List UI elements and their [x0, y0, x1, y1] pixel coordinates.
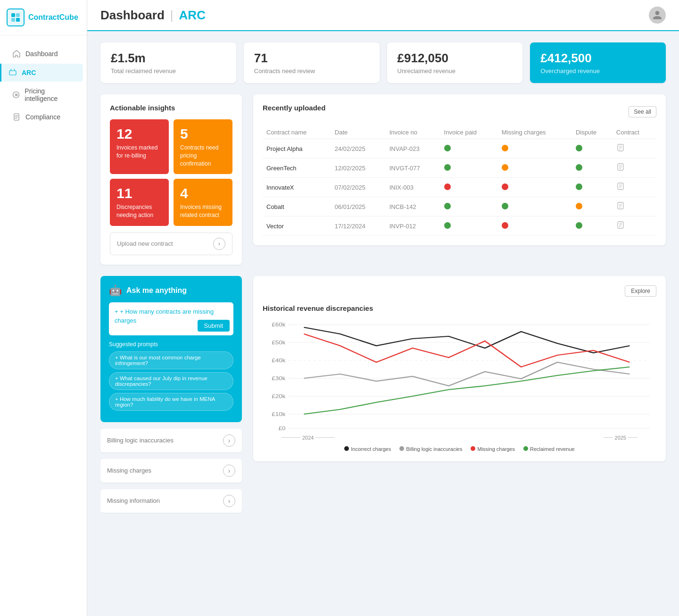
svg-rect-0 [11, 13, 15, 17]
cell-invoice-no: INCB-142 [386, 197, 440, 216]
insight-grid: 12 Invoices marked for re-billing 5 Cont… [110, 119, 232, 226]
cell-invoice-no: INVP-012 [386, 216, 440, 236]
cell-invoice-no: INVGT-077 [386, 158, 440, 178]
upload-arrow-btn[interactable]: › [213, 238, 225, 250]
collapse-missing-charges[interactable]: Missing charges › [100, 459, 242, 483]
ask-panel: 🤖 Ask me anything + + How many contracts… [100, 276, 242, 422]
insight-card-missing-contract[interactable]: 4 Invoices missing related contract [174, 179, 232, 226]
submit-button[interactable]: Submit [198, 320, 230, 332]
svg-text:Nov: Nov [515, 433, 527, 433]
cell-contract[interactable] [613, 139, 656, 158]
table-row: InnovateX 07/02/2025 INIX-003 [263, 178, 656, 197]
svg-text:£30k: £30k [272, 376, 285, 382]
cell-invoice-paid [440, 216, 498, 236]
home-icon [12, 50, 21, 58]
insight-card-discrepancies[interactable]: 11 Discrepancies needing action [110, 179, 169, 226]
logo-icon [7, 8, 25, 26]
svg-text:£0: £0 [278, 426, 285, 432]
bot-icon: 🤖 [109, 284, 122, 297]
cell-invoice-no: INIX-003 [386, 178, 440, 197]
bottom-left: 🤖 Ask me anything + + How many contracts… [100, 276, 242, 513]
cell-invoice-paid [440, 197, 498, 216]
cell-date: 06/01/2025 [331, 197, 386, 216]
cell-contract[interactable] [613, 158, 656, 178]
stat-contracts-review: 71 Contracts need review [244, 42, 380, 83]
year-2025: 2025 [604, 435, 638, 441]
see-all-button[interactable]: See all [629, 106, 656, 117]
chart-legend: Incorrect charges Billing logic inaccura… [263, 446, 656, 452]
cell-contract[interactable] [613, 197, 656, 216]
svg-text:Feb: Feb [624, 433, 636, 433]
svg-text:Aug: Aug [407, 433, 418, 433]
cell-contract[interactable] [613, 216, 656, 236]
table-row: GreenTech 12/02/2025 INVGT-077 [263, 158, 656, 178]
ask-textarea[interactable]: + + How many contracts are missing charg… [109, 302, 233, 335]
cell-name: Vector [263, 216, 331, 236]
cell-date: 24/02/2025 [331, 139, 386, 158]
sidebar-item-arc[interactable]: ARC [0, 64, 83, 82]
chart-svg: £60k £50k £40k £30k £20k £10k £0 May Jun… [263, 320, 656, 433]
cell-name: Cobalt [263, 197, 331, 216]
logo: ContractCube [0, 0, 87, 35]
chart-title: Historical revenue discrepancies [263, 304, 656, 312]
svg-text:Jan: Jan [588, 433, 599, 433]
collapse-billing-logic[interactable]: Billing logic inaccuracies › [100, 429, 242, 452]
insight-card-pricing-confirm[interactable]: 5 Contracts need pricing confirmation [174, 119, 232, 174]
sidebar-item-pricing[interactable]: Pricing intelligence [4, 83, 83, 107]
collapse-missing-info-arrow[interactable]: › [223, 495, 235, 507]
table-row: Cobalt 06/01/2025 INCB-142 [263, 197, 656, 216]
cell-date: 07/02/2025 [331, 178, 386, 197]
chart-header: Explore [263, 285, 656, 297]
svg-rect-2 [11, 18, 15, 22]
topbar: Dashboard | ARC [87, 0, 679, 31]
cell-invoice-paid [440, 139, 498, 158]
collapse-missing-charges-arrow[interactable]: › [223, 465, 235, 477]
explore-button[interactable]: Explore [625, 285, 656, 297]
cell-contract[interactable] [613, 178, 656, 197]
cell-name: GreenTech [263, 158, 331, 178]
stat-cards: £1.5m Total reclaimed revenue 71 Contrac… [100, 42, 666, 83]
svg-text:Sept: Sept [442, 433, 456, 433]
legend-reclaimed: Reclaimed revenue [523, 446, 575, 452]
sidebar-item-compliance[interactable]: Compliance [4, 108, 83, 126]
col-contract-name: Contract name [263, 126, 331, 139]
svg-text:July: July [371, 433, 382, 433]
cell-missing-charges [498, 197, 572, 216]
cell-date: 12/02/2025 [331, 158, 386, 178]
col-invoice-no: Invoice no [386, 126, 440, 139]
prompt-chip-2[interactable]: + What caused our July dip in revenue di… [109, 372, 233, 390]
cell-dispute [572, 158, 613, 178]
suggested-prompts-title: Suggested prompts [109, 341, 233, 348]
table-row: Project Alpha 24/02/2025 INVAP-023 [263, 139, 656, 158]
prompt-chip-3[interactable]: + How much liability do we have in MENA … [109, 393, 233, 411]
col-contract: Contract [613, 126, 656, 139]
legend-missing: Missing charges [471, 446, 514, 452]
cell-dispute [572, 139, 613, 158]
upload-new-contract[interactable]: Upload new contract › [110, 233, 232, 255]
collapse-billing-arrow[interactable]: › [223, 434, 235, 447]
svg-text:£10k: £10k [272, 412, 285, 417]
cell-invoice-paid [440, 158, 498, 178]
cell-name: Project Alpha [263, 139, 331, 158]
collapse-missing-info[interactable]: Missing information › [100, 489, 242, 513]
sidebar: ContractCube Dashboard ARC Pricing in [0, 0, 87, 616]
stat-unreclaimed: £912,050 Unreclaimed revenue [387, 42, 523, 83]
col-missing-charges: Missing charges [498, 126, 572, 139]
cell-invoice-paid [440, 178, 498, 197]
prompt-chip-1[interactable]: + What is our most common charge infring… [109, 351, 233, 369]
cell-date: 17/12/2024 [331, 216, 386, 236]
cell-dispute [572, 216, 613, 236]
sidebar-item-dashboard[interactable]: Dashboard [4, 45, 83, 63]
table-row: Vector 17/12/2024 INVP-012 [263, 216, 656, 236]
cell-dispute [572, 178, 613, 197]
svg-text:£50k: £50k [272, 340, 285, 346]
avatar[interactable] [649, 7, 666, 24]
cell-missing-charges [498, 158, 572, 178]
svg-text:£20k: £20k [272, 394, 285, 400]
chart-panel: Explore Historical revenue discrepancies [253, 276, 666, 513]
chart-area: £60k £50k £40k £30k £20k £10k £0 May Jun… [263, 320, 656, 433]
ask-header: 🤖 Ask me anything [109, 284, 233, 297]
insight-card-invoices-rebilling[interactable]: 12 Invoices marked for re-billing [110, 119, 169, 174]
cell-invoice-no: INVAP-023 [386, 139, 440, 158]
stat-total-reclaimed: £1.5m Total reclaimed revenue [100, 42, 236, 83]
